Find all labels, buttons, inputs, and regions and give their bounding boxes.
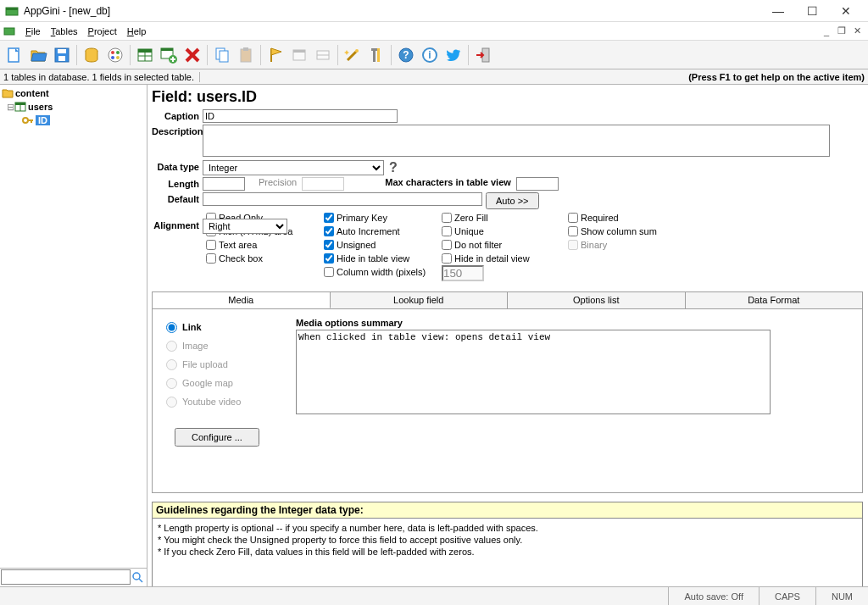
tree-search (0, 568, 147, 586)
menubar: File Tables Project Help _ ❐ ✕ (0, 22, 868, 41)
minimize-button[interactable]: — (761, 1, 795, 21)
description-input[interactable] (203, 125, 830, 157)
field-header: Field: users.ID (152, 88, 863, 106)
magic-wand-icon[interactable] (342, 44, 364, 66)
tab-dataformat[interactable]: Data Format (686, 292, 863, 308)
chk-donotfilter[interactable]: Do not filter (442, 238, 565, 251)
help-hint: (Press F1 to get help on the active item… (200, 72, 865, 82)
tree-field[interactable]: ID (2, 114, 145, 127)
svg-rect-2 (4, 28, 14, 35)
caption-input[interactable] (203, 109, 398, 123)
svg-point-45 (23, 118, 28, 123)
mdi-minimize[interactable]: _ (821, 26, 832, 36)
search-icon[interactable] (131, 569, 146, 586)
tree-table[interactable]: ⊟ users (2, 100, 145, 114)
add-table-icon[interactable] (158, 44, 180, 66)
colwidth-input (442, 265, 484, 281)
svg-point-11 (111, 56, 114, 59)
svg-rect-27 (243, 47, 248, 51)
guidelines-header: Guidelines regarding the Integer data ty… (152, 502, 863, 519)
chk-unsigned[interactable]: Unsigned (324, 238, 438, 251)
caps-status: CAPS (759, 587, 815, 605)
media-link[interactable]: Link (166, 318, 293, 336)
new-table-icon[interactable] (134, 44, 156, 66)
close-button[interactable]: ✕ (829, 1, 863, 21)
media-summary (296, 330, 771, 414)
status-bar-top: 1 tables in database. 1 fields in select… (0, 69, 868, 85)
flag-icon[interactable] (264, 44, 287, 66)
delete-icon[interactable] (181, 44, 203, 66)
maxchars-input[interactable] (516, 177, 559, 191)
media-googlemap: Google map (166, 374, 293, 392)
chk-binary: Binary (568, 238, 695, 251)
svg-text:i: i (428, 49, 431, 61)
tab-media[interactable]: Media (153, 292, 331, 308)
paste-icon[interactable] (235, 44, 257, 66)
media-summary-header: Media options summary (296, 318, 771, 328)
svg-rect-26 (241, 49, 251, 62)
svg-line-32 (348, 52, 356, 60)
datatype-help-icon[interactable]: ? (389, 160, 398, 175)
status-bar-bottom: Auto save: Off CAPS NUM (0, 586, 868, 605)
info-icon[interactable]: i (419, 44, 441, 66)
svg-point-12 (116, 56, 120, 59)
mdi-close[interactable]: ✕ (851, 25, 863, 36)
chk-required[interactable]: Required (568, 211, 695, 224)
chk-hideindetail[interactable]: Hide in detail view (442, 252, 565, 264)
svg-rect-5 (58, 49, 66, 53)
tree-search-input[interactable] (1, 569, 131, 585)
chk-zerofill[interactable]: Zero Fill (442, 211, 565, 224)
alignment-select[interactable]: Right (203, 219, 287, 234)
chk-checkbox[interactable]: Check box (206, 252, 320, 264)
chk-primarykey[interactable]: Primary Key (324, 211, 438, 224)
chk-hideintable[interactable]: Hide in table view (324, 252, 438, 264)
svg-line-49 (139, 579, 142, 582)
menu-project[interactable]: Project (83, 25, 122, 38)
exit-icon[interactable] (472, 44, 494, 66)
open-folder-icon[interactable] (27, 44, 49, 66)
window-title: AppGini - [new_db] (24, 5, 761, 17)
drawer-icon[interactable] (312, 44, 334, 66)
chk-showsum[interactable]: Show column sum (568, 225, 695, 237)
chk-autoincrement[interactable]: Auto Increment (324, 225, 438, 237)
chk-textarea[interactable]: Text area (206, 238, 320, 251)
menu-help[interactable]: Help (122, 25, 152, 38)
auto-button[interactable]: Auto >> (486, 192, 539, 209)
default-input[interactable] (203, 192, 482, 206)
length-input[interactable] (203, 177, 245, 191)
palette-icon[interactable] (104, 44, 126, 66)
help-icon[interactable]: ? (395, 44, 417, 66)
menu-tables[interactable]: Tables (46, 25, 83, 38)
svg-point-48 (133, 573, 140, 580)
project-tree: content ⊟ users ID (0, 85, 147, 586)
database-icon[interactable] (81, 44, 103, 66)
media-youtube: Youtube video (166, 392, 293, 411)
new-file-icon[interactable] (3, 44, 25, 66)
table-icon (14, 101, 26, 113)
configure-button[interactable]: Configure ... (175, 428, 259, 447)
menu-file[interactable]: File (20, 25, 46, 38)
svg-text:?: ? (403, 49, 409, 61)
tools-icon[interactable] (365, 44, 387, 66)
key-icon (22, 114, 34, 126)
chk-unique[interactable]: Unique (442, 225, 565, 237)
save-icon[interactable] (51, 44, 73, 66)
svg-rect-18 (161, 48, 173, 51)
svg-point-9 (111, 51, 114, 54)
window-icon[interactable] (288, 44, 310, 66)
tab-lookup[interactable]: Lookup field (331, 292, 509, 308)
copy-icon[interactable] (211, 44, 233, 66)
toolbar: ? i (0, 41, 868, 69)
mdi-restore[interactable]: ❐ (836, 25, 848, 36)
twitter-icon[interactable] (442, 44, 465, 66)
tree-root[interactable]: content (2, 86, 145, 100)
num-status: NUM (815, 587, 868, 605)
svg-rect-1 (6, 8, 18, 10)
field-editor: Field: users.ID Caption Description Data… (147, 85, 868, 586)
app-icon (5, 4, 19, 18)
chk-colwidth[interactable]: Column width (pixels) (324, 265, 438, 278)
maximize-button[interactable]: ☐ (795, 1, 829, 21)
datatype-select[interactable]: Integer (203, 160, 384, 175)
tab-options[interactable]: Options list (508, 292, 686, 308)
svg-rect-25 (220, 51, 228, 62)
